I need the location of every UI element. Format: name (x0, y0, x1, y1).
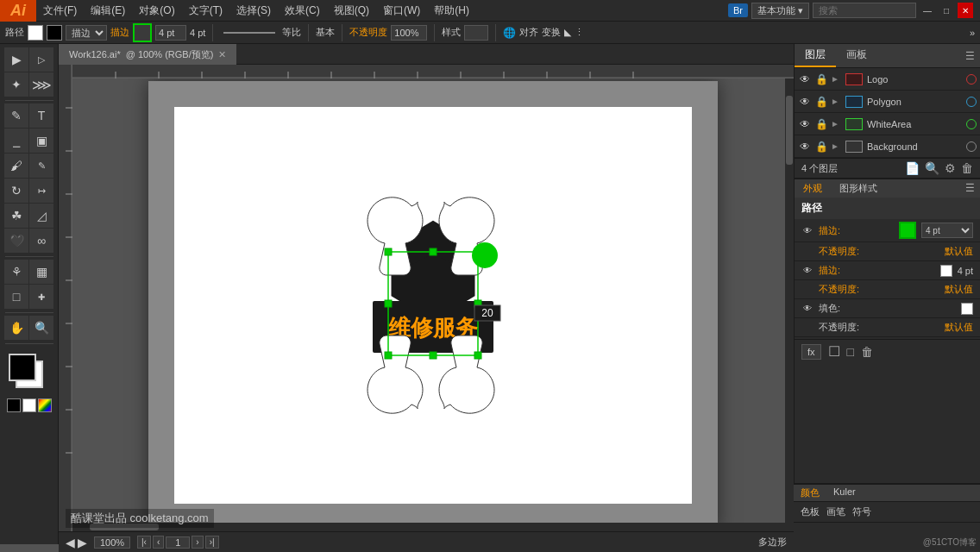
close-button[interactable]: ✕ (958, 3, 973, 18)
gradient-tool[interactable]: ◿ (29, 204, 53, 228)
layer-eye-background[interactable]: 👁 (798, 140, 812, 154)
bridge-button[interactable]: Br (728, 3, 748, 17)
symbol-tab[interactable]: 符号 (852, 505, 871, 518)
direct-selection-tool[interactable]: ▷ (29, 47, 53, 72)
workspace-selector[interactable]: 基本功能 ▾ (751, 3, 809, 19)
maximize-button[interactable]: □ (939, 3, 954, 18)
duplicate-item-button[interactable]: □ (847, 345, 854, 359)
search-input[interactable] (813, 3, 916, 18)
layer-lock-logo[interactable]: 🔒 (814, 72, 828, 86)
appear-swatch-stroke2[interactable] (940, 265, 952, 277)
clear-appearance-button[interactable]: ☐ (828, 343, 840, 360)
tab-close-button[interactable]: ✕ (218, 44, 226, 65)
type-tool[interactable]: T (29, 104, 53, 128)
first-page-button[interactable]: |‹ (137, 536, 151, 549)
warp-tool[interactable]: ☘ (4, 204, 28, 228)
stroke-swatch[interactable] (47, 25, 62, 41)
more-options-icon[interactable]: ⋮ (575, 27, 584, 38)
hand-tool[interactable]: ✋ (4, 316, 28, 340)
page-input[interactable] (166, 536, 190, 549)
menu-object[interactable]: 对象(O) (132, 0, 181, 22)
selection-tool[interactable]: ▶ (4, 47, 28, 72)
line-tool[interactable]: ⎯ (4, 129, 28, 153)
delete-item-button[interactable]: 🗑 (861, 345, 873, 359)
appear-eye-stroke2[interactable]: 👁 (801, 265, 814, 277)
layers-tab[interactable]: 图层 (795, 44, 836, 67)
column-graph-tool[interactable]: ▦ (29, 260, 53, 284)
stroke-style-dropdown[interactable]: 描边 (66, 25, 107, 41)
lasso-tool[interactable]: ⋙ (29, 72, 53, 97)
style-preview[interactable] (464, 25, 488, 41)
layer-lock-polygon[interactable]: 🔒 (814, 95, 828, 109)
blend-tool[interactable]: ∞ (29, 229, 53, 253)
color-swatch[interactable] (38, 398, 52, 412)
artboard-tool[interactable]: □ (4, 285, 28, 309)
opacity-input[interactable] (391, 25, 427, 41)
pen-tool[interactable]: ✎ (4, 104, 28, 128)
panel-menu-icon[interactable]: ☰ (965, 50, 975, 62)
zoom-input[interactable] (94, 536, 130, 549)
next-page-button[interactable]: › (192, 536, 203, 549)
kuler-tab[interactable]: Kuler (826, 485, 863, 501)
vertical-scroll-thumb[interactable] (786, 96, 793, 165)
layer-arrow-logo[interactable]: ► (831, 74, 841, 84)
layer-arrow-background[interactable]: ► (831, 141, 841, 151)
transform-icon[interactable]: ◣ (564, 27, 571, 38)
magic-wand-tool[interactable]: ✦ (4, 72, 28, 97)
layer-eye-polygon[interactable]: 👁 (798, 95, 812, 109)
zoom-tool[interactable]: 🔍 (29, 316, 53, 340)
layer-options-button[interactable]: ⚙ (945, 161, 956, 175)
search-layer-button[interactable]: 🔍 (925, 161, 939, 175)
artboard-tab[interactable]: 画板 (836, 44, 877, 67)
add-effect-button[interactable]: fx (801, 344, 821, 360)
white-swatch[interactable] (22, 398, 36, 412)
appear-stroke1-dropdown[interactable]: 4 pt (921, 223, 973, 238)
layer-arrow-whitearea[interactable]: ► (831, 119, 841, 129)
menu-effect[interactable]: 效果(C) (278, 0, 327, 22)
menu-window[interactable]: 窗口(W) (376, 0, 427, 22)
appear-swatch-fill[interactable] (961, 303, 973, 315)
symbol-sprayer-tool[interactable]: ⚘ (4, 260, 28, 284)
brush-tab[interactable]: 画笔 (826, 505, 845, 518)
stroke-value-input[interactable] (155, 25, 186, 41)
menu-view[interactable]: 视图(Q) (327, 0, 376, 22)
color-tab[interactable]: 颜色 (794, 485, 826, 501)
last-page-button[interactable]: ›| (205, 536, 219, 549)
menu-text[interactable]: 文字(T) (182, 0, 229, 22)
menu-select[interactable]: 选择(S) (229, 0, 278, 22)
fill-swatch[interactable] (28, 25, 43, 41)
panel-toggle[interactable]: » (970, 28, 975, 38)
document-tab[interactable]: Work126.ai* @ 100% (RGB/预览) ✕ (59, 44, 236, 65)
appearance-menu-icon[interactable]: ☰ (960, 179, 980, 198)
rect-tool[interactable]: ▣ (29, 129, 53, 153)
prev-page-button[interactable]: ‹ (153, 536, 164, 549)
delete-layer-button[interactable]: 🗑 (961, 161, 973, 175)
layer-eye-whitearea[interactable]: 👁 (798, 117, 812, 131)
graphic-styles-tab[interactable]: 图形样式 (831, 179, 886, 198)
stroke-color-preview[interactable] (133, 23, 152, 42)
menu-file[interactable]: 文件(F) (36, 0, 84, 22)
layer-lock-background[interactable]: 🔒 (814, 140, 828, 154)
black-swatch[interactable] (7, 398, 21, 412)
menu-help[interactable]: 帮助(H) (427, 0, 476, 22)
icon-web[interactable]: 🌐 (503, 27, 516, 39)
layer-eye-logo[interactable]: 👁 (798, 72, 812, 86)
appearance-tab[interactable]: 外观 (795, 179, 831, 198)
vertical-scrollbar[interactable] (785, 78, 794, 531)
appear-swatch-stroke1[interactable] (899, 222, 916, 239)
minimize-button[interactable]: — (920, 3, 935, 18)
scale-tool[interactable]: ↦ (29, 179, 53, 203)
layer-arrow-polygon[interactable]: ► (831, 97, 841, 106)
layer-lock-whitearea[interactable]: 🔒 (814, 117, 828, 131)
menu-edit[interactable]: 编辑(E) (84, 0, 132, 22)
swatches-tab[interactable]: 色板 (801, 505, 820, 518)
rotate-tool[interactable]: ↻ (4, 179, 28, 203)
paintbrush-tool[interactable]: 🖌 (4, 154, 28, 178)
appear-eye-stroke1[interactable]: 👁 (801, 224, 814, 236)
add-layer-button[interactable]: 📄 (905, 161, 920, 175)
appear-eye-fill[interactable]: 👁 (801, 303, 814, 315)
foreground-color-swatch[interactable] (9, 354, 36, 381)
slice-tool[interactable]: ✚ (29, 285, 53, 309)
eyedropper-tool[interactable]: 🖤 (4, 229, 28, 253)
pencil-tool[interactable]: ✎ (29, 154, 53, 178)
